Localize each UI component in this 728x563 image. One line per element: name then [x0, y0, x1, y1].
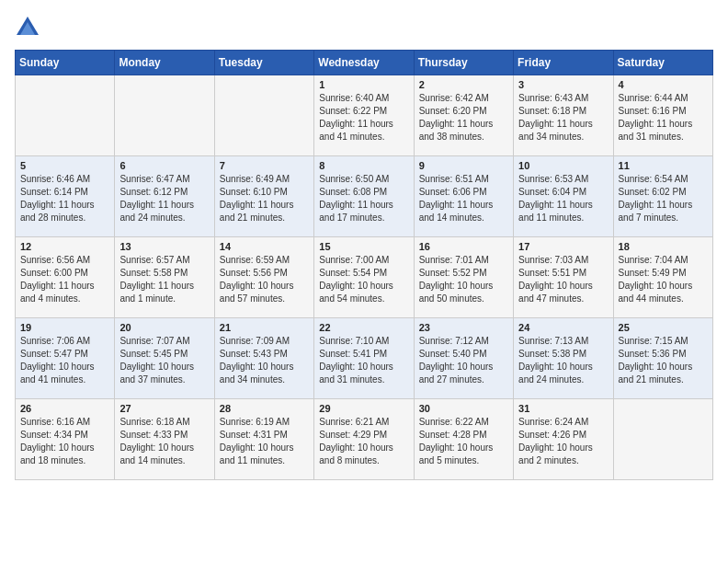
- day-cell: [115, 75, 214, 156]
- day-number: 16: [419, 241, 508, 252]
- day-number: 19: [20, 322, 109, 333]
- day-cell: 4Sunrise: 6:44 AM Sunset: 6:16 PM Daylig…: [613, 75, 712, 156]
- day-number: 20: [119, 322, 209, 333]
- day-number: 7: [220, 160, 309, 171]
- day-cell: 26Sunrise: 6:16 AM Sunset: 4:34 PM Dayli…: [16, 399, 115, 480]
- week-row-3: 12Sunrise: 6:56 AM Sunset: 6:00 PM Dayli…: [16, 237, 713, 318]
- day-number: 21: [220, 322, 309, 333]
- day-number: 11: [619, 160, 708, 171]
- day-number: 5: [20, 160, 109, 171]
- day-info: Sunrise: 7:12 AM Sunset: 5:40 PM Dayligh…: [419, 335, 508, 386]
- day-cell: 9Sunrise: 6:51 AM Sunset: 6:06 PM Daylig…: [414, 156, 513, 237]
- col-header-wednesday: Wednesday: [314, 51, 414, 75]
- day-info: Sunrise: 6:54 AM Sunset: 6:02 PM Dayligh…: [619, 173, 708, 224]
- day-cell: 19Sunrise: 7:06 AM Sunset: 5:47 PM Dayli…: [16, 318, 115, 399]
- day-info: Sunrise: 6:43 AM Sunset: 6:18 PM Dayligh…: [518, 92, 608, 144]
- calendar-table: SundayMondayTuesdayWednesdayThursdayFrid…: [15, 50, 713, 480]
- day-number: 24: [518, 322, 608, 333]
- day-cell: [16, 75, 115, 156]
- day-number: 15: [319, 241, 408, 252]
- day-number: 26: [20, 403, 109, 414]
- day-number: 2: [419, 79, 508, 90]
- day-number: 18: [619, 241, 708, 252]
- logo-icon: [15, 15, 40, 40]
- day-cell: 22Sunrise: 7:10 AM Sunset: 5:41 PM Dayli…: [314, 318, 414, 399]
- day-info: Sunrise: 7:00 AM Sunset: 5:54 PM Dayligh…: [319, 254, 408, 305]
- day-number: 4: [619, 79, 708, 90]
- day-info: Sunrise: 6:40 AM Sunset: 6:22 PM Dayligh…: [319, 92, 408, 144]
- day-info: Sunrise: 6:50 AM Sunset: 6:08 PM Dayligh…: [319, 173, 408, 224]
- header-row: SundayMondayTuesdayWednesdayThursdayFrid…: [16, 51, 713, 75]
- col-header-sunday: Sunday: [16, 51, 115, 75]
- day-info: Sunrise: 7:13 AM Sunset: 5:38 PM Dayligh…: [518, 335, 608, 386]
- logo: [15, 15, 44, 40]
- day-number: 10: [518, 160, 608, 171]
- day-info: Sunrise: 7:09 AM Sunset: 5:43 PM Dayligh…: [220, 335, 309, 386]
- day-cell: 29Sunrise: 6:21 AM Sunset: 4:29 PM Dayli…: [314, 399, 414, 480]
- day-info: Sunrise: 6:44 AM Sunset: 6:16 PM Dayligh…: [619, 92, 708, 144]
- day-cell: 6Sunrise: 6:47 AM Sunset: 6:12 PM Daylig…: [115, 156, 214, 237]
- day-number: 14: [220, 241, 309, 252]
- day-number: 9: [419, 160, 508, 171]
- day-info: Sunrise: 7:03 AM Sunset: 5:51 PM Dayligh…: [518, 254, 608, 305]
- day-cell: 11Sunrise: 6:54 AM Sunset: 6:02 PM Dayli…: [613, 156, 712, 237]
- day-cell: 13Sunrise: 6:57 AM Sunset: 5:58 PM Dayli…: [115, 237, 214, 318]
- week-row-5: 26Sunrise: 6:16 AM Sunset: 4:34 PM Dayli…: [16, 399, 713, 480]
- day-info: Sunrise: 6:42 AM Sunset: 6:20 PM Dayligh…: [419, 92, 508, 144]
- day-number: 29: [319, 403, 408, 414]
- day-cell: 18Sunrise: 7:04 AM Sunset: 5:49 PM Dayli…: [613, 237, 712, 318]
- day-info: Sunrise: 6:51 AM Sunset: 6:06 PM Dayligh…: [419, 173, 508, 224]
- day-cell: 16Sunrise: 7:01 AM Sunset: 5:52 PM Dayli…: [414, 237, 513, 318]
- day-number: 23: [419, 322, 508, 333]
- day-cell: 15Sunrise: 7:00 AM Sunset: 5:54 PM Dayli…: [314, 237, 414, 318]
- day-info: Sunrise: 7:15 AM Sunset: 5:36 PM Dayligh…: [619, 335, 708, 386]
- day-number: 22: [319, 322, 408, 333]
- day-cell: 24Sunrise: 7:13 AM Sunset: 5:38 PM Dayli…: [514, 318, 613, 399]
- day-number: 3: [518, 79, 608, 90]
- week-row-1: 1Sunrise: 6:40 AM Sunset: 6:22 PM Daylig…: [16, 75, 713, 156]
- day-number: 17: [518, 241, 608, 252]
- day-info: Sunrise: 6:24 AM Sunset: 4:26 PM Dayligh…: [518, 416, 608, 467]
- day-cell: 12Sunrise: 6:56 AM Sunset: 6:00 PM Dayli…: [16, 237, 115, 318]
- day-cell: 25Sunrise: 7:15 AM Sunset: 5:36 PM Dayli…: [613, 318, 712, 399]
- day-cell: 20Sunrise: 7:07 AM Sunset: 5:45 PM Dayli…: [115, 318, 214, 399]
- week-row-2: 5Sunrise: 6:46 AM Sunset: 6:14 PM Daylig…: [16, 156, 713, 237]
- day-number: 1: [319, 79, 408, 90]
- day-info: Sunrise: 6:56 AM Sunset: 6:00 PM Dayligh…: [20, 254, 109, 305]
- day-info: Sunrise: 7:07 AM Sunset: 5:45 PM Dayligh…: [119, 335, 209, 386]
- day-number: 6: [119, 160, 209, 171]
- day-info: Sunrise: 6:18 AM Sunset: 4:33 PM Dayligh…: [119, 416, 209, 467]
- day-info: Sunrise: 7:10 AM Sunset: 5:41 PM Dayligh…: [319, 335, 408, 386]
- day-info: Sunrise: 6:21 AM Sunset: 4:29 PM Dayligh…: [319, 416, 408, 467]
- col-header-thursday: Thursday: [414, 51, 513, 75]
- day-cell: 21Sunrise: 7:09 AM Sunset: 5:43 PM Dayli…: [214, 318, 313, 399]
- day-cell: 10Sunrise: 6:53 AM Sunset: 6:04 PM Dayli…: [514, 156, 613, 237]
- day-number: 8: [319, 160, 408, 171]
- day-info: Sunrise: 6:53 AM Sunset: 6:04 PM Dayligh…: [518, 173, 608, 224]
- page-header: [15, 15, 713, 40]
- day-cell: 3Sunrise: 6:43 AM Sunset: 6:18 PM Daylig…: [514, 75, 613, 156]
- col-header-monday: Monday: [115, 51, 214, 75]
- day-info: Sunrise: 6:47 AM Sunset: 6:12 PM Dayligh…: [119, 173, 209, 224]
- day-cell: 17Sunrise: 7:03 AM Sunset: 5:51 PM Dayli…: [514, 237, 613, 318]
- day-number: 25: [619, 322, 708, 333]
- day-cell: 30Sunrise: 6:22 AM Sunset: 4:28 PM Dayli…: [414, 399, 513, 480]
- col-header-saturday: Saturday: [613, 51, 712, 75]
- day-info: Sunrise: 6:49 AM Sunset: 6:10 PM Dayligh…: [220, 173, 309, 224]
- day-cell: 7Sunrise: 6:49 AM Sunset: 6:10 PM Daylig…: [214, 156, 313, 237]
- day-info: Sunrise: 6:59 AM Sunset: 5:56 PM Dayligh…: [220, 254, 309, 305]
- day-info: Sunrise: 6:57 AM Sunset: 5:58 PM Dayligh…: [119, 254, 209, 305]
- day-info: Sunrise: 6:19 AM Sunset: 4:31 PM Dayligh…: [220, 416, 309, 467]
- day-cell: 8Sunrise: 6:50 AM Sunset: 6:08 PM Daylig…: [314, 156, 414, 237]
- day-cell: 5Sunrise: 6:46 AM Sunset: 6:14 PM Daylig…: [16, 156, 115, 237]
- day-info: Sunrise: 7:01 AM Sunset: 5:52 PM Dayligh…: [419, 254, 508, 305]
- day-cell: 27Sunrise: 6:18 AM Sunset: 4:33 PM Dayli…: [115, 399, 214, 480]
- day-cell: 1Sunrise: 6:40 AM Sunset: 6:22 PM Daylig…: [314, 75, 414, 156]
- day-number: 12: [20, 241, 109, 252]
- day-number: 31: [518, 403, 608, 414]
- day-number: 27: [119, 403, 209, 414]
- day-number: 30: [419, 403, 508, 414]
- day-cell: 2Sunrise: 6:42 AM Sunset: 6:20 PM Daylig…: [414, 75, 513, 156]
- day-cell: [214, 75, 313, 156]
- day-cell: 23Sunrise: 7:12 AM Sunset: 5:40 PM Dayli…: [414, 318, 513, 399]
